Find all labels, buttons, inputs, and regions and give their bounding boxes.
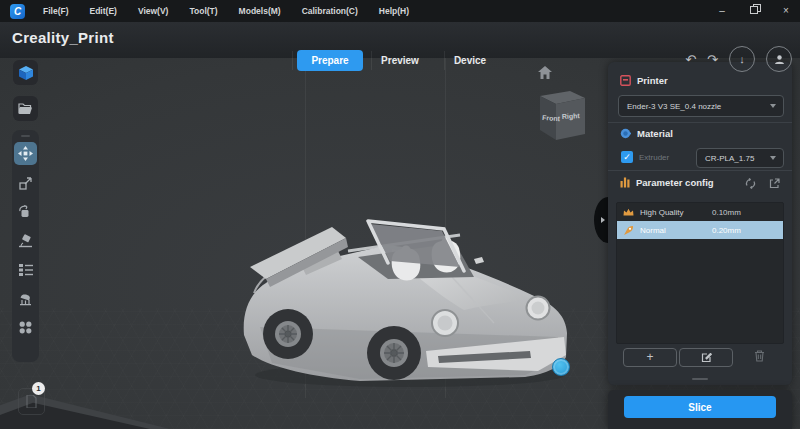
caret-down-icon [770, 156, 776, 160]
download-icon[interactable]: ↓ [729, 46, 755, 72]
model-car[interactable] [240, 205, 570, 390]
menu-tool[interactable]: Tool(T) [189, 6, 217, 16]
delete-preset-button[interactable] [754, 350, 765, 362]
chevron-right-icon [601, 217, 605, 223]
preset-label: High Quality [640, 208, 712, 217]
preset-row-normal[interactable]: Normal 0.20mm [617, 221, 783, 239]
tool-scale[interactable] [14, 171, 37, 194]
move-icon [18, 146, 33, 161]
printer-title: Printer [637, 75, 668, 86]
lay-flat-icon [18, 234, 33, 248]
preset-label: Normal [640, 226, 712, 235]
preset-row-high-quality[interactable]: High Quality 0.10mm [617, 203, 783, 221]
creality-print-window: C File(F) Edit(E) View(V) Tool(T) Models… [0, 0, 800, 429]
parameter-preset-list: High Quality 0.10mm Normal 0.20mm [616, 202, 784, 344]
tool-group [12, 130, 39, 362]
add-model-cube-icon [18, 65, 34, 81]
tool-support[interactable] [14, 287, 37, 310]
tool-arrange[interactable] [14, 316, 37, 339]
settings-panel: Printer Ender-3 V3 SE_0.4 nozzle Materia… [608, 62, 792, 385]
menu-edit[interactable]: Edit(E) [90, 6, 117, 16]
plus-icon: + [646, 351, 653, 363]
rocket-icon [623, 225, 634, 236]
tab-preview[interactable]: Preview [376, 50, 424, 71]
support-icon [18, 292, 33, 306]
menu-models[interactable]: Models(M) [239, 6, 281, 16]
tool-object-list[interactable] [14, 258, 37, 281]
folder-icon [18, 102, 33, 115]
view-cube-front-label[interactable]: Front [542, 114, 561, 122]
extruder-checkbox[interactable]: ✓ [621, 151, 633, 163]
parameter-section-header: Parameter config [620, 177, 714, 188]
tab-prepare[interactable]: Prepare [297, 50, 363, 71]
material-section-header: Material [620, 128, 673, 139]
account-icon[interactable] [766, 46, 792, 72]
header: Creality_Print Prepare Preview Device ↶ … [0, 22, 800, 58]
rear-wheel [263, 309, 313, 359]
material-select[interactable]: CR-PLA_1.75 [696, 148, 784, 168]
material-icon [620, 128, 631, 139]
caret-down-icon [770, 104, 776, 108]
material-select-value: CR-PLA_1.75 [705, 154, 770, 163]
edit-preset-button[interactable] [679, 348, 733, 367]
user-avatar-icon [774, 54, 785, 65]
window-controls: – × [716, 0, 792, 22]
tab-device[interactable]: Device [450, 50, 490, 71]
trash-icon [754, 350, 765, 362]
parameter-config-title: Parameter config [636, 177, 714, 188]
open-file-button[interactable] [13, 96, 38, 121]
add-preset-button[interactable]: + [623, 348, 677, 367]
menu-view[interactable]: View(V) [138, 6, 169, 16]
app-title: Creality_Print [12, 29, 114, 46]
close-icon[interactable]: × [780, 6, 792, 16]
redo-icon[interactable]: ↷ [707, 53, 718, 66]
printer-select-value: Ender-3 V3 SE_0.4 nozzle [627, 102, 770, 111]
rotate-icon [18, 205, 33, 219]
scale-icon [19, 176, 33, 190]
printer-section-header: Printer [620, 75, 668, 86]
parameter-config-icon [620, 177, 630, 188]
view-cube[interactable]: Front Right [522, 88, 588, 144]
menu-bar: File(F) Edit(E) View(V) Tool(T) Models(M… [43, 6, 409, 16]
printer-select[interactable]: Ender-3 V3 SE_0.4 nozzle [618, 95, 784, 117]
add-model-button[interactable] [13, 60, 38, 85]
maximize-icon[interactable] [748, 6, 760, 16]
sync-parameters-icon[interactable] [745, 178, 756, 189]
printer-icon [620, 75, 631, 86]
header-actions: ↶ ↷ ↓ [685, 46, 792, 72]
preset-value: 0.20mm [712, 226, 741, 235]
slice-button[interactable]: Slice [624, 396, 776, 418]
creality-logo-icon: C [10, 4, 25, 19]
edit-pencil-icon [701, 352, 712, 363]
tool-lay-flat[interactable] [14, 229, 37, 252]
plate-count-badge: 1 [32, 382, 45, 395]
arrange-icon [19, 321, 32, 334]
toolbar-grip [21, 135, 30, 137]
menu-file[interactable]: File(F) [43, 6, 69, 16]
export-parameters-icon[interactable] [769, 178, 780, 189]
object-list-icon [19, 264, 33, 276]
material-title: Material [637, 128, 673, 139]
tool-move[interactable] [14, 142, 37, 165]
menu-calibration[interactable]: Calibration(C) [302, 6, 358, 16]
tool-rotate[interactable] [14, 200, 37, 223]
menu-help[interactable]: Help(H) [379, 6, 409, 16]
parameter-header-actions [745, 178, 780, 189]
home-view-icon[interactable] [538, 66, 552, 79]
minimize-icon[interactable]: – [716, 6, 728, 16]
panel-resize-grip[interactable] [692, 378, 708, 380]
undo-icon[interactable]: ↶ [685, 53, 696, 66]
crown-icon [623, 208, 634, 217]
preset-value: 0.10mm [712, 208, 741, 217]
titlebar: C File(F) Edit(E) View(V) Tool(T) Models… [0, 0, 800, 22]
slice-footer: Slice [608, 390, 792, 429]
gizmo-handle[interactable] [552, 358, 570, 376]
plate-sheet-icon [26, 395, 37, 408]
front-wheel [367, 326, 421, 380]
extruder-label: Extruder [639, 153, 669, 162]
